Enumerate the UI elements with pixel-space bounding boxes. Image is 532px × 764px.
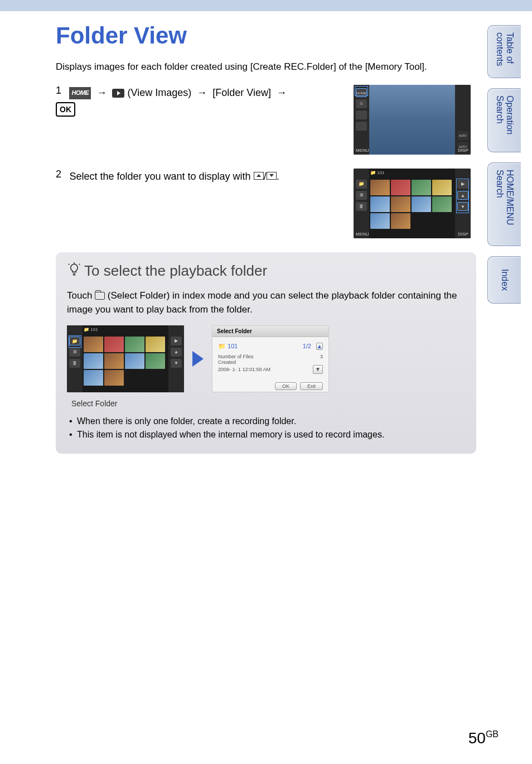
big-arrow-icon bbox=[192, 351, 204, 367]
folder-number: 101 bbox=[90, 327, 98, 332]
thumbnail bbox=[84, 337, 103, 352]
flash-auto-icon: AUTO bbox=[457, 131, 468, 140]
tab-table-of-contents[interactable]: Table of contents bbox=[487, 25, 521, 78]
shot-a-folder-label: 📁 101 bbox=[84, 327, 98, 332]
arrow-icon: → bbox=[274, 87, 289, 98]
thumbnail bbox=[370, 213, 390, 229]
page-down-icon: ▼ bbox=[171, 359, 182, 368]
disp-label: DISP bbox=[458, 148, 468, 153]
screenshot-1-left-sidebar: HOME ☺ bbox=[354, 85, 369, 155]
top-bar bbox=[0, 0, 532, 11]
calendar-icon: ⊞ bbox=[356, 191, 367, 200]
tab-operation-search[interactable]: Operation Search bbox=[487, 88, 521, 152]
arrow-icon: → bbox=[94, 87, 109, 98]
down-arrow-button[interactable]: ▼ bbox=[313, 365, 323, 374]
trash-icon: 🗑 bbox=[356, 202, 367, 211]
step-2-number: 2 bbox=[56, 169, 67, 180]
thumbnail bbox=[391, 196, 410, 212]
page-number: 50GB bbox=[468, 729, 499, 747]
thumbnail bbox=[370, 196, 390, 212]
menu-label: MENU bbox=[356, 232, 369, 237]
flash-off-icon bbox=[356, 110, 367, 119]
thumbnail bbox=[146, 337, 165, 352]
ok-badge-icon: OK bbox=[56, 102, 75, 117]
tip-images-row: 📁 101 📁 ⊞ 🗑 ▶ ▲ ▼ bbox=[67, 325, 465, 392]
play-icon bbox=[112, 89, 124, 98]
step-1-row: 1 HOME → (View Images) → [Folder View] →… bbox=[56, 85, 476, 155]
thumbnail bbox=[104, 370, 124, 386]
thumbnail bbox=[370, 180, 390, 195]
step-2-instruction: Select the folder you want to display wi… bbox=[69, 171, 279, 182]
step-2-screenshot-container: 📁 101 📁 ⊞ 🗑 ▶ ▲ ▼ bbox=[354, 169, 476, 238]
thumbnail bbox=[84, 353, 103, 369]
tip-text-before: Touch bbox=[67, 290, 95, 301]
screenshot-2-folder-label: 📁 101 bbox=[370, 170, 385, 175]
created-label: Created bbox=[218, 359, 323, 365]
thumbnail bbox=[84, 370, 103, 386]
trash-icon: 🗑 bbox=[69, 359, 80, 368]
shot-a-left-sidebar: 📁 ⊞ 🗑 bbox=[67, 325, 83, 392]
thumbnail bbox=[432, 196, 452, 212]
thumbnail bbox=[391, 213, 410, 229]
thumbnail bbox=[391, 180, 410, 195]
num-files-label: Number of Files bbox=[218, 354, 254, 359]
menu-label: MENU bbox=[356, 148, 369, 153]
up-arrow-button[interactable]: ▲ bbox=[316, 343, 323, 350]
tip-bullet-1: When there is only one folder, create a … bbox=[67, 415, 465, 428]
tab-index[interactable]: Index bbox=[487, 256, 521, 304]
home-icon: HOME bbox=[356, 88, 367, 97]
play-mode-icon: ▶ bbox=[171, 337, 182, 345]
thumbnail bbox=[432, 180, 452, 195]
num-files-value: 3 bbox=[320, 354, 323, 359]
tip-title: To select the playback folder bbox=[84, 262, 267, 280]
pager-value: 1/2 bbox=[303, 343, 311, 349]
period: . bbox=[277, 171, 279, 182]
step-1-number: 1 bbox=[56, 85, 67, 97]
page-number-value: 50 bbox=[468, 729, 486, 747]
thumbnail bbox=[104, 337, 124, 352]
thumbnail bbox=[125, 353, 144, 369]
select-folder-buttons: OK Exit bbox=[218, 382, 323, 390]
step-1-screenshot-container: HOME ☺ AUTO AUTO MENU DISP bbox=[354, 85, 476, 155]
page-up-icon: ▲ bbox=[457, 191, 468, 200]
folder-number-value: 101 bbox=[228, 343, 238, 349]
thumbnail bbox=[412, 196, 431, 212]
thumbnail-grid bbox=[369, 169, 455, 230]
page-title: Folder View bbox=[56, 22, 476, 49]
exit-button[interactable]: Exit bbox=[300, 382, 323, 390]
thumbnail bbox=[125, 337, 144, 352]
thumbnail-grid bbox=[83, 325, 168, 387]
step-2-row: 2 Select the folder you want to display … bbox=[56, 169, 476, 238]
thumbnail bbox=[146, 353, 165, 369]
calendar-icon: ⊞ bbox=[69, 348, 80, 357]
side-tabs: Table of contents Operation Search HOME/… bbox=[487, 25, 521, 304]
tip-text-after: (Select Folder) in index mode and you ca… bbox=[67, 290, 457, 315]
view-images-label: (View Images) bbox=[128, 87, 192, 98]
step-2-text-block: 2 Select the folder you want to display … bbox=[56, 169, 354, 238]
step-2-text: Select the folder you want to display wi… bbox=[69, 171, 253, 182]
tab-home-menu-search[interactable]: HOME/MENU Search bbox=[487, 162, 521, 246]
lightbulb-icon bbox=[67, 262, 81, 280]
page-up-icon bbox=[254, 172, 264, 180]
page-up-icon: ▲ bbox=[171, 348, 182, 357]
disp-label: DISP bbox=[458, 232, 468, 237]
step-1-instruction: HOME → (View Images) → [Folder View] → O… bbox=[56, 87, 289, 114]
tip-box: To select the playback folder Touch (Sel… bbox=[56, 252, 476, 454]
main-content: Folder View Displays images for each fol… bbox=[0, 11, 532, 454]
smile-icon: ☺ bbox=[356, 99, 367, 108]
tip-screenshot-a: 📁 101 📁 ⊞ 🗑 ▶ ▲ ▼ bbox=[67, 325, 184, 392]
folder-number: 101 bbox=[377, 170, 384, 175]
step-1-text-block: 1 HOME → (View Images) → [Folder View] →… bbox=[56, 85, 354, 155]
folder-view-label: [Folder View] bbox=[212, 87, 271, 98]
tip-screenshot-b: Select Folder 📁 101 1/2 ▲ Number of File… bbox=[212, 325, 329, 392]
screenshot-2-left-sidebar: 📁 ⊞ 🗑 bbox=[354, 169, 369, 238]
select-folder-caption: Select Folder bbox=[71, 399, 465, 408]
p-auto-icon bbox=[356, 122, 367, 131]
arrow-icon: → bbox=[194, 87, 210, 98]
screenshot-1: HOME ☺ AUTO AUTO MENU DISP bbox=[354, 85, 471, 155]
tip-screenshot-a-wrapper: 📁 101 📁 ⊞ 🗑 ▶ ▲ ▼ bbox=[67, 325, 184, 392]
thumbnail bbox=[104, 353, 124, 369]
folder-icon: 📁 bbox=[69, 337, 80, 345]
pager-group: 1/2 ▲ bbox=[303, 343, 323, 350]
ok-button[interactable]: OK bbox=[275, 382, 297, 390]
